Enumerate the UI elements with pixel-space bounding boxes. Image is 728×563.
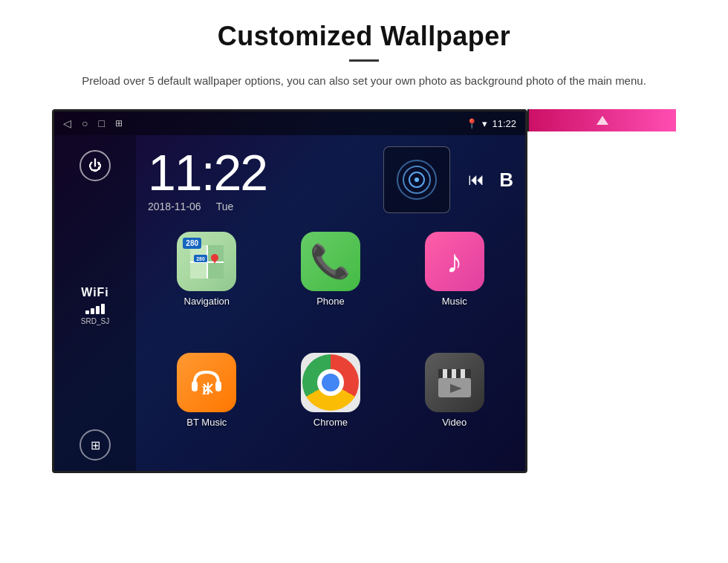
clock-area: 11:22 2018-11-06 Tue [136,135,525,224]
android-device: ◁ ○ □ ⊞ 📍 ▾ 11:22 ⏻ WiFi [52,109,527,473]
recents-nav-icon[interactable]: □ [98,117,104,129]
phone-icon: 📞 [301,232,360,291]
home-nav-icon[interactable]: ○ [82,117,88,129]
power-icon: ⏻ [88,158,102,174]
media-controls: ⏮ B [468,169,513,192]
svg-rect-18 [438,369,443,378]
svg-rect-20 [456,369,461,378]
status-bar: ◁ ○ □ ⊞ 📍 ▾ 11:22 [54,111,525,135]
music-glyph: ♪ [446,243,463,280]
location-icon: 📍 [466,118,478,129]
wifi-bar-4 [101,304,105,314]
signal-widget [383,146,450,213]
app-navigation[interactable]: 280 280 [148,232,266,347]
clock-widgets: ⏮ B [383,146,513,213]
video-svg [434,362,475,403]
svg-marker-31 [597,116,608,125]
clock-date: 2018-11-06 [148,201,201,212]
left-sidebar: ⏻ WiFi SRD_SJ ⊞ [54,135,136,473]
wifi-bars [81,302,109,314]
svg-rect-9 [192,381,198,391]
video-label: Video [442,417,467,428]
clock-datetime: 11:22 2018-11-06 Tue [148,147,383,212]
main-content: ⏻ WiFi SRD_SJ ⊞ [54,135,525,473]
wifi-ssid: SRD_SJ [81,317,109,325]
phone-glyph: 📞 [310,242,351,281]
title-divider [349,59,379,62]
chrome-center-dot [322,374,339,391]
wifi-info: WiFi SRD_SJ [81,286,109,325]
strip-arrow-svg [595,113,610,128]
screenshot-icon[interactable]: ⊞ [115,118,123,128]
svg-rect-19 [447,369,452,378]
btmusic-label: BT Music [186,417,227,428]
chrome-icon [301,353,360,412]
apps-grid-button[interactable]: ⊞ [79,429,111,461]
music-label: Music [442,296,467,307]
status-bar-left: ◁ ○ □ ⊞ [63,117,123,129]
wallpaper-previews: CarSetting [527,109,676,131]
app-music[interactable]: ♪ Music [395,232,513,347]
clock-date-row: 2018-11-06 Tue [148,201,383,212]
app-video[interactable]: Video [395,353,513,468]
svg-text:280: 280 [196,256,205,261]
signal-icon [394,157,439,202]
app-phone[interactable]: 📞 Phone [272,232,390,347]
bt-svg: B [186,362,227,403]
chrome-label: Chrome [313,417,348,428]
page-title: Customized Wallpaper [59,21,669,52]
chrome-ring-outer [302,354,359,411]
center-content: 11:22 2018-11-06 Tue [136,135,525,473]
phone-label: Phone [316,296,345,307]
svg-rect-10 [215,381,221,391]
page-header: Customized Wallpaper Preload over 5 defa… [0,0,728,102]
page-subtitle: Preload over 5 default wallpaper options… [67,72,661,90]
clock-day: Tue [216,201,234,212]
navigation-label: Navigation [184,296,230,307]
status-bar-right: 📍 ▾ 11:22 [466,118,516,129]
navigation-icon: 280 280 [177,232,236,291]
wifi-label: WiFi [81,286,109,299]
nav-badge: 280 [183,238,201,249]
grid-icon: ⊞ [91,438,100,452]
power-button[interactable]: ⏻ [79,150,111,181]
apps-grid: 280 280 [136,224,525,473]
btmusic-icon: B [177,353,236,412]
wifi-bar-2 [91,308,94,314]
wifi-bar-3 [96,306,100,314]
wifi-bar-1 [85,310,89,314]
video-icon [425,353,484,412]
clock-time: 11:22 [148,147,383,198]
status-time: 11:22 [492,118,516,129]
next-letter-icon: B [499,169,513,192]
wifi-icon: ▾ [482,118,487,129]
app-btmusic[interactable]: B BT Music [148,353,266,468]
back-nav-icon[interactable]: ◁ [63,117,71,129]
music-icon: ♪ [425,232,484,291]
chrome-inner-ring [317,369,344,396]
android-screen-wrapper: ◁ ○ □ ⊞ 📍 ▾ 11:22 ⏻ WiFi [0,102,728,473]
prev-track-icon[interactable]: ⏮ [468,170,484,189]
svg-rect-21 [465,369,471,378]
app-chrome[interactable]: Chrome [272,353,390,468]
wallpaper-pink-strip [529,109,676,131]
